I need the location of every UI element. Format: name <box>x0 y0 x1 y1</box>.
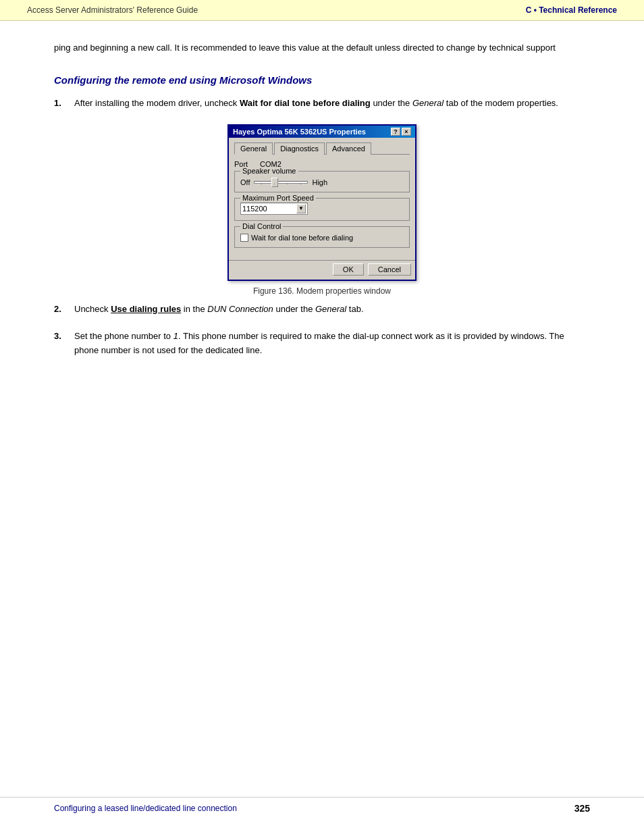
list-item-2: 2. Uncheck Use dialing rules in the DUN … <box>54 303 590 317</box>
wait-dial-tone-label: Wait for dial tone before dialing <box>251 234 353 242</box>
dialog-tabs: General Diagnostics Advanced <box>234 142 410 155</box>
item-number-3: 3. <box>54 330 74 358</box>
italic-text-1: General <box>412 98 444 108</box>
tab-general[interactable]: General <box>234 142 273 155</box>
off-label: Off <box>240 178 250 186</box>
speaker-volume-row: Off · · · · High <box>240 178 404 186</box>
italic-text-3: General <box>315 304 346 314</box>
item-content-3: Set the phone number to 1. This phone nu… <box>74 330 590 358</box>
dialog-container: Hayes Optima 56K 5362US Properties ? × G… <box>54 124 590 296</box>
dial-control-section: Dial Control Wait for dial tone before d… <box>234 226 410 248</box>
list-item-1: 1. After installing the modem driver, un… <box>54 97 590 111</box>
figure-caption: Figure 136. Modem properties window <box>253 286 391 296</box>
dropdown-arrow-icon[interactable]: ▼ <box>296 204 306 213</box>
max-port-speed-title: Maximum Port Speed <box>240 194 316 202</box>
dial-control-title: Dial Control <box>240 222 283 230</box>
dialog-body: General Diagnostics Advanced Port COM2 S… <box>229 138 415 257</box>
high-label: High <box>312 178 327 186</box>
port-speed-dropdown[interactable]: 115200 ▼ <box>240 203 308 215</box>
bold-text-1: Wait for dial tone before dialing <box>240 98 371 108</box>
title-buttons: ? × <box>391 128 411 136</box>
italic-text-2: DUN Connection <box>207 304 273 314</box>
header-left-text: Access Server Administrators' Reference … <box>27 5 198 15</box>
tick-3: · <box>287 181 288 187</box>
volume-slider[interactable]: · · · · <box>254 181 308 184</box>
close-button[interactable]: × <box>402 128 411 136</box>
tick-1: · <box>261 181 262 187</box>
tab-advanced[interactable]: Advanced <box>326 142 371 155</box>
item-content-2: Uncheck Use dialing rules in the DUN Con… <box>74 303 590 317</box>
max-port-speed-section: Maximum Port Speed 115200 ▼ <box>234 198 410 221</box>
tick-2: · <box>274 181 275 187</box>
intro-paragraph: ping and beginning a new call. It is rec… <box>54 41 590 55</box>
speaker-volume-title: Speaker volume <box>240 167 298 175</box>
dropdown-value: 115200 <box>242 205 267 213</box>
main-content: ping and beginning a new call. It is rec… <box>0 21 644 412</box>
footer-page-number: 325 <box>574 803 590 814</box>
slider-ticks: · · · · <box>254 181 307 187</box>
bold-text-2: Use dialing rules <box>111 304 181 314</box>
dialog-titlebar: Hayes Optima 56K 5362US Properties ? × <box>229 126 415 138</box>
dialog-footer: OK Cancel <box>229 260 415 280</box>
page-header: Access Server Administrators' Reference … <box>0 0 644 21</box>
modem-properties-dialog[interactable]: Hayes Optima 56K 5362US Properties ? × G… <box>227 124 417 281</box>
footer-left-text: Configuring a leased line/dedicated line… <box>54 804 237 813</box>
tick-4: · <box>300 181 302 187</box>
italic-text-4: 1 <box>173 331 178 341</box>
dial-tone-checkbox-row: Wait for dial tone before dialing <box>240 234 404 242</box>
ok-button[interactable]: OK <box>333 263 364 276</box>
help-button[interactable]: ? <box>391 128 400 136</box>
cancel-button[interactable]: Cancel <box>368 263 411 276</box>
section-heading: Configuring the remote end using Microso… <box>54 74 590 86</box>
port-speed-dropdown-field: 115200 ▼ <box>240 203 404 215</box>
item-number-2: 2. <box>54 303 74 317</box>
item-content-1: After installing the modem driver, unche… <box>74 97 590 111</box>
item-number-1: 1. <box>54 97 74 111</box>
dialog-title: Hayes Optima 56K 5362US Properties <box>233 128 366 136</box>
speaker-volume-section: Speaker volume Off · · · · Hig <box>234 171 410 192</box>
wait-dial-tone-checkbox[interactable] <box>240 234 248 242</box>
header-right-text: C • Technical Reference <box>526 5 617 15</box>
tab-diagnostics[interactable]: Diagnostics <box>274 142 325 155</box>
list-item-3: 3. Set the phone number to 1. This phone… <box>54 330 590 358</box>
page-footer: Configuring a leased line/dedicated line… <box>0 797 644 814</box>
